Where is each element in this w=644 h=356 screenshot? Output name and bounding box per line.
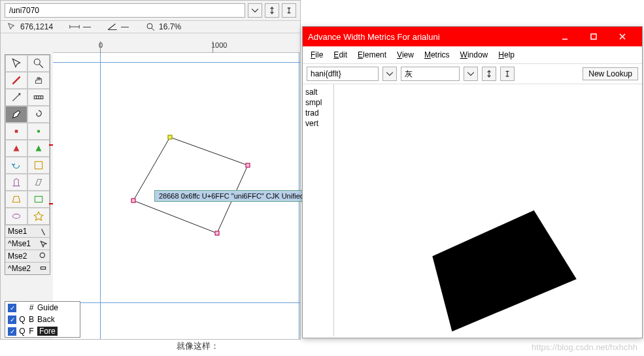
layer-row[interactable]: QBBack <box>5 314 80 325</box>
address-dropdown-button[interactable] <box>248 3 262 18</box>
angle-value: — <box>121 22 129 31</box>
mse1-row[interactable]: Mse1 <box>5 225 50 237</box>
feature-sidebar: saltsmpltradvert <box>303 84 334 336</box>
new-lookup-button[interactable]: New Lookup <box>583 67 638 80</box>
glyph-dropdown-button[interactable] <box>464 67 478 81</box>
feature-trad[interactable]: trad <box>305 108 331 118</box>
expand-vert-icon[interactable] <box>482 67 496 81</box>
status-bar: 676,1214 — — 16.7% <box>1 21 300 33</box>
layer-checkbox[interactable] <box>8 327 16 336</box>
horizontal-ruler: 0 1000 <box>53 41 300 53</box>
ruler-tool[interactable] <box>27 89 50 106</box>
scale-tool[interactable] <box>27 157 50 174</box>
svg-marker-12 <box>432 210 576 331</box>
tool-palette: Mse1 ^Mse1 Mse2 ^Mse2 <box>5 54 50 275</box>
star-tool[interactable] <box>27 208 50 225</box>
control-point[interactable] <box>215 231 220 236</box>
flip-tool[interactable] <box>5 174 27 191</box>
menu-window[interactable]: Window <box>456 49 492 61</box>
menu-file[interactable]: File <box>307 49 327 61</box>
glyph-address-input[interactable] <box>5 3 245 18</box>
menu-bar: FileEditElementViewMetricsWindowHelp <box>303 46 642 64</box>
layer-checkbox[interactable] <box>8 316 16 324</box>
add-hv-tool[interactable] <box>27 140 50 157</box>
svg-point-4 <box>37 130 41 133</box>
feature-smpl[interactable]: smpl <box>305 97 331 108</box>
angle-icon <box>107 22 118 31</box>
svg-point-8 <box>40 253 44 257</box>
pen-tool[interactable] <box>5 106 27 123</box>
control-point[interactable] <box>168 135 173 140</box>
rotate-tool[interactable] <box>5 157 27 174</box>
menu-metrics[interactable]: Metrics <box>420 49 454 61</box>
rect-tool[interactable] <box>27 191 50 208</box>
metrics-window: Advance Width Metrics For arialuni FileE… <box>302 26 643 338</box>
cursor-coords: 676,1214 <box>20 22 53 31</box>
ruler-label: 0 <box>99 41 103 49</box>
spiro-tool[interactable] <box>27 106 50 123</box>
caption-text: 就像这样： <box>177 340 219 352</box>
hdist-icon <box>69 22 80 31</box>
minimize-button[interactable] <box>551 27 579 46</box>
svg-rect-6 <box>35 197 42 202</box>
add-curve-tool[interactable] <box>27 123 50 140</box>
knife-tool[interactable] <box>5 89 27 106</box>
ruler-label: 1000 <box>211 41 227 49</box>
script-combo[interactable] <box>307 67 379 81</box>
svg-rect-11 <box>591 34 596 39</box>
svg-rect-9 <box>41 267 45 270</box>
add-tangent-tool[interactable] <box>5 140 27 157</box>
pointer-tool[interactable] <box>5 55 27 72</box>
menu-view[interactable]: View <box>393 49 418 61</box>
add-corner-tool[interactable] <box>5 123 27 140</box>
control-point[interactable] <box>131 199 136 203</box>
hand-tool[interactable] <box>27 72 50 89</box>
menu-element[interactable]: Element <box>354 49 390 61</box>
address-bar <box>1 1 300 21</box>
perspective-tool[interactable] <box>5 191 27 208</box>
glyph-canvas[interactable]: 28668 0x6ffc U+6FFC "uni6FFC" CJK Unifie… <box>53 53 300 339</box>
collapse-vert-icon[interactable] <box>500 67 515 81</box>
menu-help[interactable]: Help <box>494 49 518 61</box>
cursor-icon <box>6 22 18 31</box>
ellipse-tool[interactable] <box>5 208 27 225</box>
layer-row[interactable]: #Guide <box>5 302 80 314</box>
mse2c-row[interactable]: ^Mse2 <box>5 262 50 274</box>
glyph-editor-window: 676,1214 — — 16.7% 0 1000 <box>0 0 301 340</box>
svg-point-7 <box>12 214 20 219</box>
mse2-row[interactable]: Mse2 <box>5 250 50 262</box>
feature-vert[interactable]: vert <box>305 118 331 129</box>
close-button[interactable] <box>608 27 637 46</box>
layer-panel: #GuideQBBackQFFore <box>5 301 80 338</box>
metrics-toolbar: New Lookup <box>303 64 642 84</box>
hdist-value: — <box>83 22 91 31</box>
mse1c-row[interactable]: ^Mse1 <box>5 237 50 250</box>
glyph-input[interactable] <box>401 67 460 81</box>
svg-marker-10 <box>133 137 248 233</box>
svg-point-0 <box>147 24 152 29</box>
magnify-tool[interactable] <box>27 55 50 72</box>
watermark: https://blog.csdn.net/hxhchh <box>532 342 637 352</box>
menu-edit[interactable]: Edit <box>330 49 351 61</box>
window-title: Advance Width Metrics For arialuni <box>308 32 551 42</box>
zoom-value: 16.7% <box>159 22 181 31</box>
freehand-tool[interactable] <box>5 72 27 89</box>
svg-point-1 <box>34 59 40 65</box>
script-dropdown-button[interactable] <box>382 67 397 81</box>
collapse-vert-icon[interactable] <box>282 3 296 18</box>
layer-checkbox[interactable] <box>8 304 16 312</box>
control-point[interactable] <box>246 163 250 168</box>
metrics-canvas[interactable] <box>334 84 642 336</box>
titlebar[interactable]: Advance Width Metrics For arialuni <box>303 27 642 46</box>
skew-tool[interactable] <box>27 174 50 191</box>
zoom-icon <box>144 22 156 31</box>
svg-rect-3 <box>15 130 18 133</box>
maximize-button[interactable] <box>579 27 608 46</box>
svg-rect-5 <box>35 161 42 169</box>
feature-salt[interactable]: salt <box>305 87 331 97</box>
layer-row[interactable]: QFFore <box>5 325 80 337</box>
expand-vert-icon[interactable] <box>265 3 279 18</box>
